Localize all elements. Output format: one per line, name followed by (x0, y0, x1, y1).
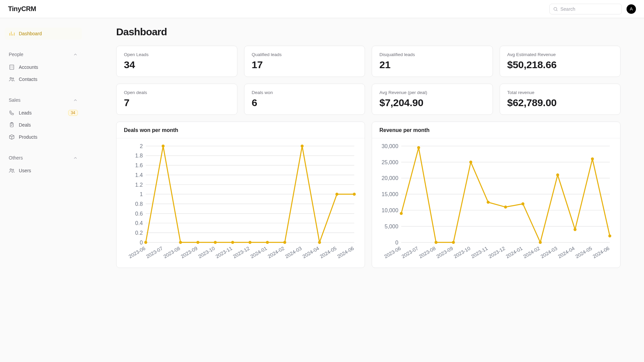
svg-point-36 (231, 241, 234, 244)
kpi-value: $62,789.00 (507, 97, 613, 108)
sidebar-group-sales[interactable]: Sales (5, 94, 82, 105)
svg-point-72 (417, 146, 420, 149)
kpi-label: Avg Revenue (per deal) (379, 90, 485, 95)
svg-rect-2 (10, 65, 14, 70)
chart-card: Deals won per month00.20.40.60.811.21.41… (116, 122, 365, 268)
svg-point-77 (504, 206, 507, 209)
svg-text:25,000: 25,000 (381, 159, 398, 165)
kpi-card: Open Leads34 (116, 46, 237, 77)
svg-point-43 (353, 193, 356, 196)
kpi-value: 21 (379, 59, 485, 71)
svg-text:1.4: 1.4 (135, 172, 143, 178)
svg-point-38 (266, 241, 269, 244)
kpi-card: Qualified leads17 (244, 46, 365, 77)
search-field[interactable] (549, 4, 622, 14)
svg-text:2024-03: 2024-03 (284, 245, 303, 259)
svg-text:2024-06: 2024-06 (592, 245, 610, 259)
chart-icon (9, 31, 15, 37)
svg-text:1.2: 1.2 (135, 182, 143, 188)
svg-text:1: 1 (140, 191, 143, 197)
kpi-label: Open deals (124, 90, 230, 95)
svg-point-74 (452, 241, 455, 244)
kpi-label: Avg Estimated Revenue (507, 52, 613, 57)
sidebar-item-label: Users (19, 168, 31, 173)
svg-text:2024-01: 2024-01 (505, 245, 523, 259)
svg-point-39 (283, 241, 286, 244)
line-chart: 05,00010,00015,00020,00025,00030,0002023… (379, 143, 613, 262)
users-icon (9, 168, 15, 174)
svg-text:2024-03: 2024-03 (540, 245, 558, 259)
svg-point-73 (434, 241, 438, 244)
kpi-card: Disqualified leads21 (372, 46, 493, 77)
clipboard-icon (9, 122, 15, 128)
sidebar-item-products[interactable]: Products (5, 131, 82, 143)
svg-text:2023-06: 2023-06 (128, 245, 146, 259)
search-input[interactable] (549, 4, 622, 14)
main: Dashboard Open Leads34Qualified leads17D… (87, 18, 644, 362)
svg-text:2023-09: 2023-09 (180, 245, 198, 259)
sidebar-item-deals[interactable]: Deals (5, 119, 82, 131)
svg-point-40 (301, 144, 304, 147)
svg-line-1 (556, 10, 557, 11)
svg-text:2023-07: 2023-07 (401, 245, 419, 259)
svg-point-76 (487, 201, 490, 204)
kpi-value: 6 (252, 97, 358, 108)
kpi-grid: Open Leads34Qualified leads17Disqualifie… (116, 46, 620, 115)
sidebar-group-label: Sales (9, 97, 20, 103)
sidebar-item-label: Accounts (19, 64, 38, 70)
svg-text:2023-11: 2023-11 (470, 245, 489, 259)
line-chart: 00.20.40.60.811.21.41.61.822023-062023-0… (124, 143, 357, 262)
kpi-card: Deals won6 (244, 84, 365, 115)
sidebar-item-label: Products (19, 134, 37, 140)
svg-text:2024-04: 2024-04 (557, 245, 576, 259)
svg-text:2024-02: 2024-02 (267, 245, 285, 259)
users-icon (9, 76, 15, 82)
svg-point-80 (556, 173, 559, 176)
svg-text:1.8: 1.8 (135, 152, 143, 159)
svg-point-83 (608, 234, 611, 237)
svg-point-35 (214, 241, 217, 244)
kpi-value: 17 (252, 59, 358, 71)
kpi-value: 7 (124, 97, 230, 108)
kpi-label: Deals won (252, 90, 358, 95)
svg-text:2024-01: 2024-01 (249, 245, 268, 259)
svg-text:2023-07: 2023-07 (145, 245, 164, 259)
kpi-value: $7,204.90 (379, 97, 485, 108)
sidebar-group-others[interactable]: Others (5, 152, 82, 163)
chevron-up-icon (73, 98, 78, 103)
avatar[interactable]: A (627, 4, 636, 14)
svg-point-31 (144, 241, 147, 244)
svg-point-37 (248, 241, 251, 244)
package-icon (9, 134, 15, 140)
sidebar-group-people[interactable]: People (5, 48, 82, 59)
sidebar-item-leads[interactable]: Leads34 (5, 107, 82, 119)
svg-text:2023-08: 2023-08 (418, 245, 436, 259)
svg-point-42 (335, 193, 338, 196)
svg-text:0: 0 (395, 239, 398, 245)
svg-point-33 (179, 241, 182, 244)
kpi-card: Avg Revenue (per deal)$7,204.90 (372, 84, 493, 115)
sidebar-item-dashboard[interactable]: Dashboard (5, 28, 82, 40)
svg-text:2024-06: 2024-06 (336, 245, 355, 259)
brand: TinyCRM (8, 5, 36, 13)
svg-text:2023-12: 2023-12 (232, 245, 250, 259)
svg-text:30,000: 30,000 (381, 143, 398, 149)
sidebar-item-contacts[interactable]: Contacts (5, 73, 82, 85)
svg-point-0 (554, 7, 557, 10)
sidebar-item-label: Leads (19, 110, 32, 116)
svg-text:2023-12: 2023-12 (488, 245, 506, 259)
svg-point-34 (196, 241, 199, 244)
svg-point-32 (162, 144, 165, 147)
svg-point-81 (573, 228, 577, 231)
svg-point-3 (10, 78, 12, 79)
kpi-value: 34 (124, 59, 230, 71)
svg-text:2024-02: 2024-02 (522, 245, 541, 259)
chart-card: Revenue per month05,00010,00015,00020,00… (372, 122, 620, 268)
sidebar-group-label: Others (9, 155, 23, 161)
sidebar-group-label: People (9, 52, 24, 57)
svg-text:0.4: 0.4 (135, 220, 143, 226)
sidebar-item-users[interactable]: Users (5, 165, 82, 177)
search-icon (553, 6, 558, 11)
sidebar-item-accounts[interactable]: Accounts (5, 61, 82, 73)
svg-text:2023-11: 2023-11 (215, 245, 233, 259)
